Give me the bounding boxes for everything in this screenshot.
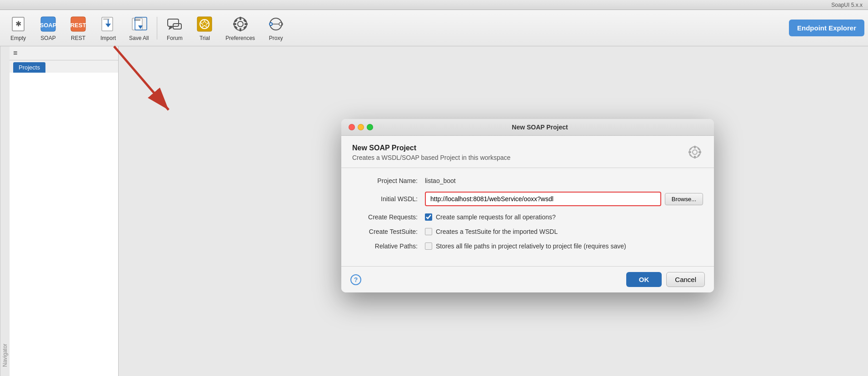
toolbar-divider-1 — [157, 17, 157, 40]
close-button[interactable] — [349, 124, 355, 130]
dialog-header-title: New SOAP Project — [352, 144, 510, 152]
toolbar-item-proxy[interactable]: Proxy — [261, 13, 290, 43]
create-requests-label: Create Requests: — [352, 213, 425, 221]
navigator-label: Navigator — [0, 46, 10, 376]
project-name-value: listao_boot — [425, 177, 456, 184]
relative-paths-checkbox-row: Stores all file paths in project relativ… — [425, 242, 626, 250]
svg-point-32 — [270, 23, 272, 25]
proxy-icon — [267, 15, 285, 33]
relative-paths-label: Relative Paths: — [352, 242, 425, 250]
title-bar: SoapUI 5.x.x — [0, 0, 868, 10]
svg-rect-24 — [233, 23, 236, 25]
dialog-header-description: Creates a WSDL/SOAP based Project in thi… — [352, 154, 510, 161]
project-name-label: Project Name: — [352, 177, 425, 184]
toolbar: ✱ Empty SOAP SOAP REST REST — [0, 10, 868, 46]
toolbar-item-trial[interactable]: Trial — [190, 13, 219, 43]
toolbar-label-forum: Forum — [167, 35, 183, 41]
toolbar-item-import[interactable]: Import — [94, 13, 123, 43]
cancel-button[interactable]: Cancel — [666, 272, 705, 287]
create-requests-checkbox-row: Create sample requests for all operation… — [425, 213, 556, 221]
sidebar-menu-icon[interactable]: ≡ — [13, 49, 17, 57]
relative-paths-row: Relative Paths: Stores all file paths in… — [352, 242, 703, 250]
dialog-footer: ? OK Cancel — [341, 266, 714, 292]
create-testsuite-label: Create TestSuite: — [352, 228, 425, 235]
toolbar-item-soap[interactable]: SOAP SOAP — [34, 13, 63, 43]
sidebar-tab-projects[interactable]: Projects — [13, 62, 45, 73]
forum-icon — [165, 15, 184, 33]
svg-text:SOAP: SOAP — [40, 22, 57, 29]
toolbar-label-import: Import — [100, 35, 116, 41]
sidebar: ≡ Projects — [10, 46, 119, 376]
project-name-row: Project Name: listao_boot — [352, 177, 703, 184]
initial-wsdl-row: Initial WSDL: Browse... — [352, 192, 703, 206]
save-all-icon — [130, 15, 148, 33]
import-icon — [99, 15, 117, 33]
content-area: New SOAP Project New SOAP Project Create… — [119, 46, 868, 376]
browse-button[interactable]: Browse... — [665, 193, 703, 205]
toolbar-item-forum[interactable]: Forum — [160, 13, 189, 43]
dialog-titlebar: New SOAP Project — [341, 119, 714, 136]
toolbar-item-save-all[interactable]: Save All — [124, 13, 154, 43]
toolbar-label-soap: SOAP — [40, 35, 55, 41]
dialog-body: Project Name: listao_boot Initial WSDL: … — [341, 168, 714, 266]
toolbar-label-preferences: Preferences — [225, 35, 255, 41]
dialog-header-text: New SOAP Project Creates a WSDL/SOAP bas… — [352, 144, 510, 161]
sidebar-tabs: Projects — [10, 60, 118, 73]
svg-point-37 — [693, 150, 697, 154]
svg-rect-22 — [239, 17, 241, 20]
create-requests-row: Create Requests: Create sample requests … — [352, 213, 703, 221]
svg-rect-39 — [694, 156, 696, 158]
svg-line-35 — [114, 46, 169, 110]
create-testsuite-row: Create TestSuite: Creates a TestSuite fo… — [352, 228, 703, 235]
svg-text:✱: ✱ — [15, 20, 21, 28]
trial-icon — [195, 15, 214, 33]
dialog-header: New SOAP Project Creates a WSDL/SOAP bas… — [341, 136, 714, 168]
soap-icon: SOAP — [39, 15, 57, 33]
relative-paths-text: Stores all file paths in project relativ… — [436, 242, 626, 250]
new-soap-project-dialog: New SOAP Project New SOAP Project Create… — [341, 119, 714, 292]
initial-wsdl-input[interactable] — [425, 192, 661, 206]
svg-rect-9 — [103, 19, 110, 20]
sidebar-wrapper: Navigator ≡ Projects — [0, 46, 119, 376]
relative-paths-checkbox[interactable] — [425, 242, 432, 250]
maximize-button[interactable] — [367, 124, 373, 130]
create-testsuite-text: Creates a TestSuite for the imported WSD… — [436, 228, 558, 235]
footer-buttons: OK Cancel — [626, 272, 705, 287]
dialog-title: New SOAP Project — [373, 124, 707, 131]
toolbar-label-rest: REST — [71, 35, 85, 41]
preferences-icon — [231, 15, 249, 33]
endpoint-explorer-button[interactable]: Endpoint Explorer — [789, 20, 864, 36]
toolbar-item-rest[interactable]: REST REST — [64, 13, 93, 43]
minimize-button[interactable] — [358, 124, 364, 130]
ok-button[interactable]: OK — [626, 272, 662, 287]
dialog-gear-button[interactable] — [687, 144, 703, 160]
create-requests-text: Create sample requests for all operation… — [436, 213, 556, 221]
empty-icon: ✱ — [9, 15, 27, 33]
svg-point-21 — [238, 21, 243, 27]
app-title: SoapUI 5.x.x — [831, 2, 863, 8]
initial-wsdl-input-group: Browse... — [425, 192, 703, 206]
help-button[interactable]: ? — [350, 274, 361, 285]
svg-marker-15 — [169, 26, 173, 30]
create-testsuite-checkbox[interactable] — [425, 228, 432, 235]
sidebar-content — [10, 73, 118, 376]
toolbar-item-preferences[interactable]: Preferences — [220, 13, 260, 43]
traffic-lights — [349, 124, 373, 130]
sidebar-header: ≡ — [10, 46, 118, 60]
create-testsuite-checkbox-row: Creates a TestSuite for the imported WSD… — [425, 228, 558, 235]
main-area: Navigator ≡ Projects — [0, 46, 868, 376]
create-requests-checkbox[interactable] — [425, 213, 432, 221]
svg-rect-38 — [694, 146, 696, 148]
toolbar-label-trial: Trial — [200, 35, 210, 41]
svg-text:REST: REST — [70, 22, 86, 29]
svg-rect-25 — [244, 23, 248, 25]
toolbar-label-save-all: Save All — [129, 35, 149, 41]
initial-wsdl-label: Initial WSDL: — [352, 195, 425, 203]
svg-rect-40 — [688, 151, 691, 153]
rest-icon: REST — [69, 15, 87, 33]
toolbar-item-empty[interactable]: ✱ Empty — [4, 13, 33, 43]
toolbar-label-proxy: Proxy — [269, 35, 283, 41]
svg-rect-41 — [698, 151, 701, 153]
toolbar-label-empty: Empty — [10, 35, 26, 41]
svg-rect-23 — [239, 28, 241, 31]
